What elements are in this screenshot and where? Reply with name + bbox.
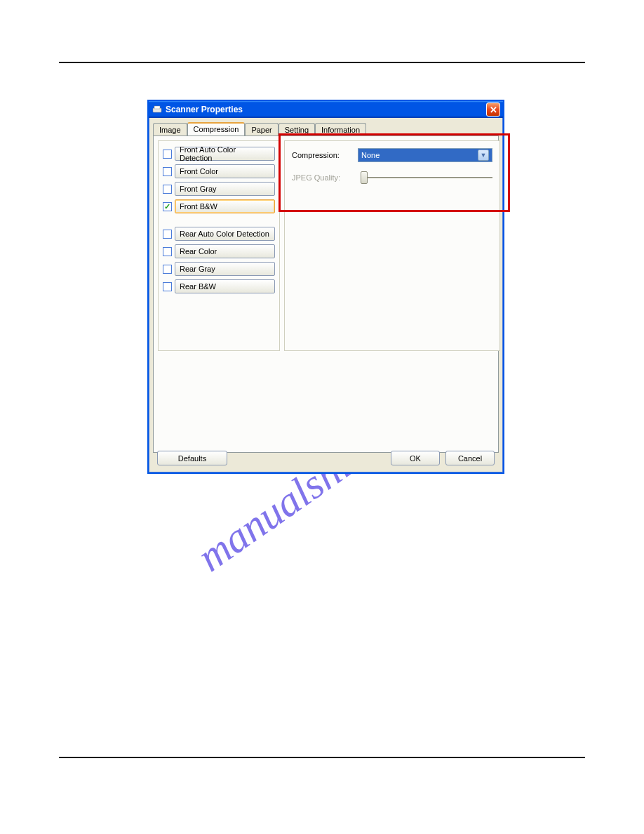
slider-track	[365, 177, 492, 178]
checkbox-front-auto-color[interactable]	[163, 150, 172, 159]
checkbox-rear-auto-color[interactable]	[163, 230, 172, 239]
tab-compression[interactable]: Compression	[187, 122, 246, 135]
checkbox-front-color[interactable]	[163, 167, 172, 176]
compression-dropdown[interactable]: None ▼	[358, 148, 492, 162]
tab-information[interactable]: Information	[315, 123, 366, 136]
button-front-bw[interactable]: Front B&W	[175, 199, 275, 213]
option-rear-color: Rear Color	[163, 244, 275, 258]
button-rear-auto-color[interactable]: Rear Auto Color Detection	[175, 227, 275, 241]
tab-panel-compression: Front Auto Color Detection Front Color F…	[153, 135, 499, 453]
scanner-properties-dialog: Scanner Properties ✕ Image Compression P…	[147, 100, 504, 474]
dialog-button-row: Defaults OK Cancel	[157, 451, 495, 465]
jpeg-quality-row: JPEG Quality:	[292, 171, 492, 185]
button-front-color[interactable]: Front Color	[175, 164, 275, 178]
checkbox-rear-color[interactable]	[163, 247, 172, 256]
option-front-auto-color: Front Auto Color Detection	[163, 147, 275, 161]
button-rear-bw[interactable]: Rear B&W	[175, 279, 275, 293]
button-rear-color[interactable]: Rear Color	[175, 244, 275, 258]
compression-label: Compression:	[292, 151, 352, 159]
tab-setting[interactable]: Setting	[279, 123, 315, 136]
svg-rect-1	[154, 106, 160, 109]
button-rear-gray[interactable]: Rear Gray	[175, 262, 275, 276]
compression-value: None	[361, 151, 478, 159]
option-rear-bw: Rear B&W	[163, 279, 275, 293]
compression-settings-pane: Compression: None ▼ JPEG Quality:	[284, 140, 500, 351]
defaults-button[interactable]: Defaults	[157, 451, 227, 465]
jpeg-quality-slider[interactable]	[358, 171, 492, 185]
slider-thumb[interactable]	[361, 171, 368, 184]
option-rear-auto-color: Rear Auto Color Detection	[163, 227, 275, 241]
checkbox-front-gray[interactable]	[163, 185, 172, 194]
option-front-color: Front Color	[163, 164, 275, 178]
chevron-down-icon: ▼	[478, 150, 489, 161]
compression-row: Compression: None ▼	[292, 148, 492, 162]
page-bottom-rule	[59, 757, 585, 758]
checkbox-rear-gray[interactable]	[163, 265, 172, 274]
titlebar[interactable]: Scanner Properties ✕	[149, 101, 503, 118]
dialog-title: Scanner Properties	[166, 105, 486, 114]
option-front-bw: Front B&W	[163, 199, 275, 213]
checkbox-rear-bw[interactable]	[163, 282, 172, 291]
option-rear-gray: Rear Gray	[163, 262, 275, 276]
close-button[interactable]: ✕	[486, 102, 500, 117]
cancel-button[interactable]: Cancel	[445, 451, 495, 465]
tabstrip: Image Compression Paper Setting Informat…	[149, 118, 503, 135]
checkbox-front-bw[interactable]	[163, 202, 172, 211]
tab-image[interactable]: Image	[153, 123, 187, 136]
scanner-icon	[152, 104, 163, 115]
page-top-rule	[59, 62, 585, 63]
close-icon: ✕	[490, 105, 497, 115]
jpeg-quality-label: JPEG Quality:	[292, 173, 352, 182]
option-front-gray: Front Gray	[163, 182, 275, 196]
button-front-auto-color[interactable]: Front Auto Color Detection	[175, 147, 275, 161]
side-options-group: Front Auto Color Detection Front Color F…	[158, 140, 280, 351]
tab-paper[interactable]: Paper	[245, 123, 278, 136]
button-front-gray[interactable]: Front Gray	[175, 182, 275, 196]
ok-button[interactable]: OK	[391, 451, 440, 465]
